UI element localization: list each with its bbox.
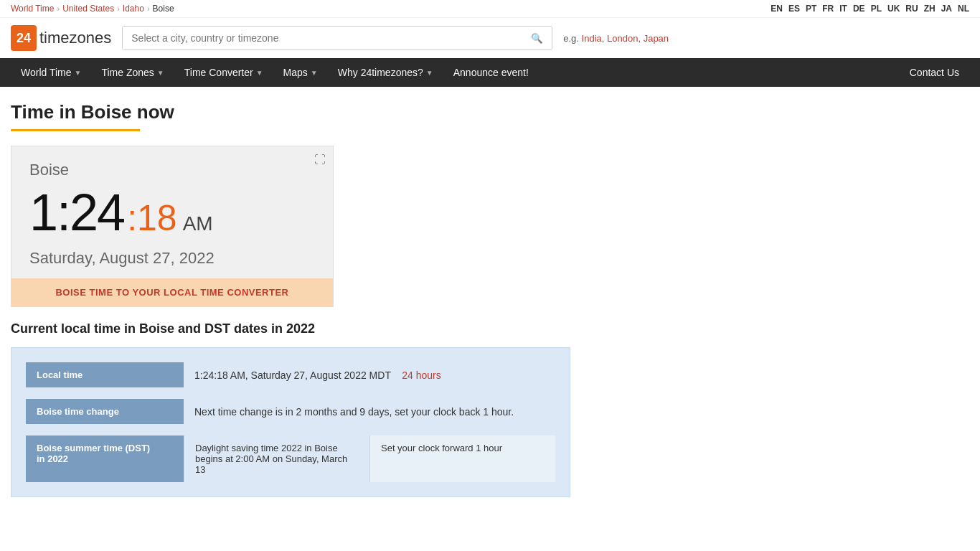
24hours-link[interactable]: 24 hours [402, 369, 440, 381]
clock-city: Boise [29, 161, 315, 179]
nav-announce[interactable]: Announce event! [443, 58, 539, 87]
nav-world-time[interactable]: World Time ▼ [11, 58, 91, 87]
clock-date: Saturday, August 27, 2022 [29, 249, 315, 278]
nav-time-converter[interactable]: Time Converter ▼ [174, 58, 273, 87]
info-value-local-time: 1:24:18 AM, Saturday 27, August 2022 MDT… [184, 362, 555, 388]
lang-en[interactable]: EN [771, 4, 783, 14]
info-label-dst: Boise summer time (DST) in 2022 [26, 435, 184, 482]
info-label-local-time: Local time [26, 362, 184, 387]
title-underline [11, 129, 140, 131]
lang-es[interactable]: ES [788, 4, 800, 14]
dst-cell-left: Daylight saving time 2022 in Boise begin… [184, 435, 370, 482]
lang-fr[interactable]: FR [822, 4, 834, 14]
section-heading: Current local time in Boise and DST date… [11, 321, 969, 336]
clock-inner: Boise 1:24 :18 AM Saturday, August 27, 2… [11, 146, 333, 278]
clock-time: 1:24 :18 AM [29, 183, 315, 242]
breadcrumb: World Time › United States › Idaho › Boi… [11, 4, 174, 14]
lang-zh[interactable]: ZH [924, 4, 936, 14]
info-table: Local time 1:24:18 AM, Saturday 27, Augu… [11, 347, 570, 497]
nav-why[interactable]: Why 24timezones? ▼ [328, 58, 443, 87]
nav-time-zones-label: Time Zones [101, 67, 154, 78]
example-label: e.g. [563, 33, 579, 44]
main-content: Time in Boise now ⛶ Boise 1:24 :18 AM Sa… [0, 87, 980, 512]
site-header: 24 timezones 🔍 e.g. India, London, Japan [0, 18, 980, 58]
nav-left: World Time ▼ Time Zones ▼ Time Converter… [11, 58, 539, 87]
info-row-time-change: Boise time change Next time change is in… [26, 399, 555, 425]
dst-inner: Daylight saving time 2022 in Boise begin… [184, 435, 555, 482]
lang-nl[interactable]: NL [958, 4, 969, 14]
nav-why-label: Why 24timezones? [338, 67, 423, 78]
nav-contact[interactable]: Contact Us [900, 58, 969, 87]
clock-ampm: AM [183, 212, 213, 235]
nav-contact-label: Contact Us [910, 67, 959, 78]
clock-widget: ⛶ Boise 1:24 :18 AM Saturday, August 27,… [11, 146, 334, 307]
search-icon: 🔍 [531, 33, 543, 44]
expand-icon[interactable]: ⛶ [314, 154, 326, 166]
page-title: Time in Boise now [11, 101, 969, 123]
breadcrumb-sep-2: › [117, 4, 120, 13]
top-bar: World Time › United States › Idaho › Boi… [0, 0, 980, 18]
info-label-time-change: Boise time change [26, 399, 184, 424]
example-london[interactable]: London [607, 33, 638, 44]
nav-announce-label: Announce event! [453, 67, 529, 78]
logo-text: timezones [39, 29, 111, 47]
info-row-local-time: Local time 1:24:18 AM, Saturday 27, Augu… [26, 362, 555, 388]
nav-maps-caret: ▼ [311, 69, 318, 77]
breadcrumb-idaho[interactable]: Idaho [123, 4, 144, 14]
search-bar: 🔍 [122, 26, 552, 50]
lang-pt[interactable]: PT [806, 4, 816, 14]
converter-button[interactable]: BOISE TIME TO YOUR LOCAL TIME CONVERTER [11, 278, 333, 306]
nav-time-converter-label: Time Converter [184, 67, 253, 78]
logo-number: 24 [11, 25, 37, 51]
lang-de[interactable]: DE [853, 4, 865, 14]
example-india[interactable]: India [582, 33, 602, 44]
search-button[interactable]: 🔍 [522, 27, 552, 50]
nav-why-caret: ▼ [426, 69, 433, 77]
local-time-text: 1:24:18 AM, Saturday 27, August 2022 MDT [194, 369, 391, 381]
search-examples: e.g. India, London, Japan [563, 33, 669, 44]
nav-time-converter-caret: ▼ [256, 69, 263, 77]
breadcrumb-united-states[interactable]: United States [62, 4, 114, 14]
nav-time-zones[interactable]: Time Zones ▼ [91, 58, 174, 87]
nav-world-time-label: World Time [21, 67, 72, 78]
breadcrumb-sep-1: › [57, 4, 60, 13]
nav-right: Contact Us [900, 58, 969, 87]
lang-it[interactable]: IT [839, 4, 847, 14]
language-bar: EN ES PT FR IT DE PL UK RU ZH JA NL [771, 4, 969, 14]
nav-world-time-caret: ▼ [75, 69, 82, 77]
breadcrumb-boise: Boise [153, 4, 174, 14]
clock-hours-mins: 1:24 [29, 183, 124, 242]
lang-pl[interactable]: PL [871, 4, 882, 14]
lang-ja[interactable]: JA [941, 4, 952, 14]
nav-time-zones-caret: ▼ [157, 69, 164, 77]
nav-maps[interactable]: Maps ▼ [273, 58, 328, 87]
dst-cell-right: Set your clock forward 1 hour [370, 435, 555, 482]
lang-ru[interactable]: RU [905, 4, 918, 14]
clock-seconds: :18 [127, 197, 177, 239]
info-value-time-change: Next time change is in 2 months and 9 da… [184, 399, 555, 425]
search-input[interactable] [123, 27, 522, 50]
site-logo[interactable]: 24 timezones [11, 25, 111, 51]
breadcrumb-sep-3: › [147, 4, 150, 13]
main-nav: World Time ▼ Time Zones ▼ Time Converter… [0, 58, 980, 87]
example-japan[interactable]: Japan [644, 33, 669, 44]
info-row-dst: Boise summer time (DST) in 2022 Daylight… [26, 435, 555, 482]
lang-uk[interactable]: UK [887, 4, 900, 14]
breadcrumb-world-time[interactable]: World Time [11, 4, 54, 14]
nav-maps-label: Maps [283, 67, 308, 78]
